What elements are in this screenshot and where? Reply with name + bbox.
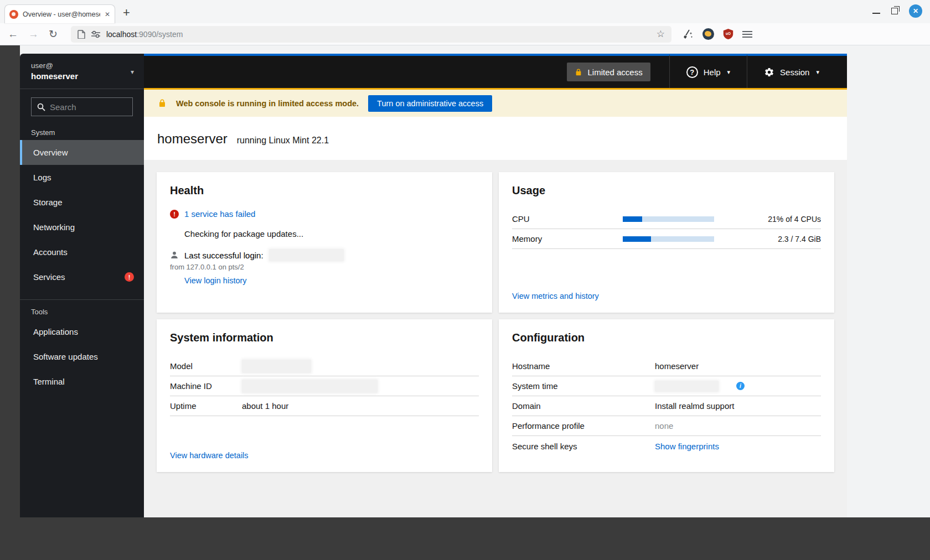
new-tab-button[interactable]: +: [123, 4, 130, 21]
metrics-history-link[interactable]: View metrics and history: [512, 292, 821, 300]
sidebar-item-networking[interactable]: Networking: [20, 215, 144, 240]
overview-content: Health ! 1 service has failed Checking f…: [144, 160, 847, 517]
monkey-extension-icon[interactable]: [702, 28, 714, 40]
ublock-shield-icon[interactable]: uO: [723, 28, 733, 40]
hardware-details-link[interactable]: View hardware details: [170, 451, 479, 460]
sidebar-item-terminal[interactable]: Terminal: [20, 369, 144, 394]
model-row: Model: [170, 356, 479, 376]
svg-text:uO: uO: [726, 32, 731, 35]
help-caret-icon: ▾: [727, 69, 731, 76]
page-subtitle: running Linux Mint 22.1: [237, 136, 329, 146]
sidebar-item-storage[interactable]: Storage: [20, 190, 144, 215]
search-icon: [37, 103, 45, 111]
performance-profile-label: Performance profile: [512, 421, 655, 431]
page-document-icon: [78, 30, 85, 39]
machine-id-label: Machine ID: [170, 381, 242, 391]
admin-access-button[interactable]: Turn on administrative access: [368, 95, 492, 112]
system-information-card: System information Model Machine ID Upti…: [157, 319, 492, 472]
cpu-label: CPU: [512, 214, 623, 224]
redacted-machine-id-value: [242, 380, 378, 393]
window-restore-button[interactable]: [891, 8, 898, 14]
help-menu[interactable]: ? Help ▾: [669, 55, 747, 89]
info-icon[interactable]: i: [736, 382, 745, 390]
secure-shell-keys-label: Secure shell keys: [512, 442, 655, 451]
sidebar-item-software-updates[interactable]: Software updates: [20, 344, 144, 369]
page-background-left: [0, 45, 20, 560]
window-minimize-button[interactable]: [872, 13, 880, 14]
tab-title: Overview - user@homeserv: [23, 11, 100, 18]
cpu-value: 21% of 4 CPUs: [714, 215, 821, 224]
browser-tab-strip: Overview - user@homeserv ✕ + ✕: [0, 0, 930, 23]
sidebar-item-logs[interactable]: Logs: [20, 165, 144, 190]
sidebar: user@ homeserver ▾ System Overview Logs …: [20, 54, 144, 517]
memory-usage-row: Memory 2.3 / 7.4 GiB: [512, 229, 821, 249]
session-caret-icon: ▾: [816, 69, 819, 76]
cockpit-app: user@ homeserver ▾ System Overview Logs …: [20, 54, 847, 517]
cpu-progress-bar: [623, 216, 714, 222]
usage-card: Usage CPU 21% of 4 CPUs Memory 2.3 / 7.4…: [499, 172, 834, 313]
system-time-row: System time i: [512, 376, 821, 396]
system-time-label: System time: [512, 381, 655, 391]
page-background-bottom: [0, 517, 930, 560]
browser-tab[interactable]: Overview - user@homeserv ✕: [4, 4, 115, 23]
cpu-usage-row: CPU 21% of 4 CPUs: [512, 209, 821, 229]
failed-service-link[interactable]: 1 service has failed: [184, 209, 255, 219]
hostname-row: Hostname homeserver: [512, 356, 821, 376]
banner-lock-icon: [158, 98, 167, 108]
login-history-link[interactable]: View login history: [184, 276, 479, 285]
person-icon: [170, 251, 179, 260]
page-title: homeserver: [157, 131, 228, 147]
back-icon[interactable]: ←: [8, 29, 18, 39]
broom-extension-icon[interactable]: [683, 29, 694, 40]
uptime-label: Uptime: [170, 401, 242, 411]
configuration-title: Configuration: [512, 331, 821, 344]
gear-icon: [764, 67, 774, 77]
machine-id-row: Machine ID: [170, 376, 479, 396]
configuration-card: Configuration Hostname homeserver System…: [499, 319, 834, 472]
user-menu[interactable]: user@ homeserver ▾: [20, 54, 144, 89]
memory-progress-bar: [623, 236, 714, 242]
sidebar-item-accounts[interactable]: Accounts: [20, 240, 144, 265]
sidebar-item-services[interactable]: Services !: [20, 265, 144, 289]
domain-label: Domain: [512, 401, 655, 411]
page-header: homeserver running Linux Mint 22.1: [144, 117, 847, 160]
site-settings-tune-icon[interactable]: [91, 30, 101, 38]
search-input[interactable]: [50, 102, 127, 112]
health-card: Health ! 1 service has failed Checking f…: [157, 172, 492, 313]
danger-exclamation-icon: !: [170, 210, 179, 219]
sidebar-search[interactable]: [31, 97, 133, 116]
session-menu[interactable]: Session ▾: [747, 55, 836, 89]
reload-icon[interactable]: ↻: [49, 29, 58, 39]
url-bar[interactable]: localhost:9090/system ☆: [71, 26, 671, 43]
nav-section-tools: Tools: [20, 300, 144, 319]
uptime-value: about 1 hour: [242, 401, 479, 411]
cockpit-favicon-icon: [9, 10, 18, 19]
sidebar-item-applications[interactable]: Applications: [20, 319, 144, 344]
package-updates-status: Checking for package updates...: [184, 229, 479, 238]
lock-icon: [575, 68, 582, 76]
browser-menu-icon[interactable]: [742, 31, 752, 38]
health-title: Health: [170, 184, 479, 197]
forward-icon[interactable]: →: [28, 29, 39, 39]
browser-toolbar: ← → ↻ localhost:9090/system ☆ uO: [0, 23, 930, 45]
url-text[interactable]: localhost:9090/system: [106, 30, 651, 39]
sidebar-item-overview[interactable]: Overview: [20, 140, 144, 165]
show-fingerprints-link[interactable]: Show fingerprints: [655, 442, 821, 451]
masthead: Limited access ? Help ▾ Session ▾: [144, 54, 847, 88]
window-close-button[interactable]: ✕: [909, 4, 922, 18]
memory-value: 2.3 / 7.4 GiB: [714, 235, 821, 243]
uptime-row: Uptime about 1 hour: [170, 396, 479, 416]
limited-access-button[interactable]: Limited access: [567, 63, 650, 81]
system-information-title: System information: [170, 331, 479, 344]
redacted-login-time: [269, 249, 344, 261]
main-column: Limited access ? Help ▾ Session ▾: [144, 54, 847, 517]
redacted-model-value: [242, 360, 311, 373]
page-viewport: user@ homeserver ▾ System Overview Logs …: [0, 45, 930, 560]
redacted-system-time-value: [655, 381, 719, 392]
login-origin: from 127.0.0.1 on pts/2: [170, 263, 479, 271]
bookmark-star-icon[interactable]: ☆: [657, 28, 665, 40]
limited-access-banner: Web console is running in limited access…: [144, 88, 847, 117]
model-label: Model: [170, 361, 242, 371]
performance-profile-row: Performance profile none: [512, 416, 821, 436]
tab-close-icon[interactable]: ✕: [105, 11, 110, 18]
